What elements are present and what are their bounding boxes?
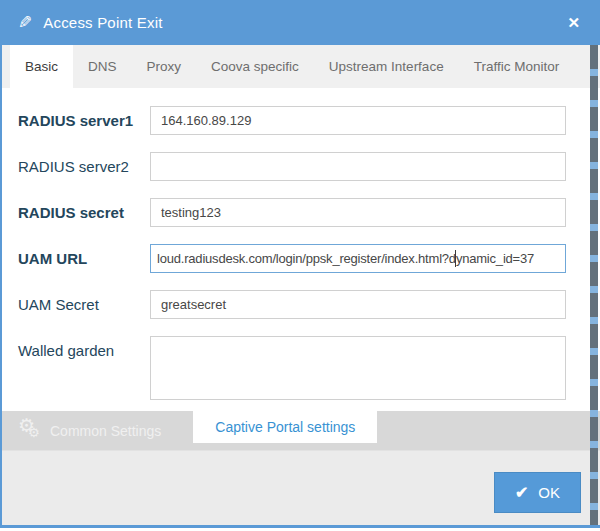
page-edge-pattern [590, 45, 598, 525]
walled-garden-textarea[interactable] [150, 336, 566, 400]
radius-server2-label: RADIUS server2 [2, 152, 150, 181]
dialog-titlebar: ✎ Access Point Exit ✕ [2, 0, 600, 45]
bottom-tab-captive-portal-settings[interactable]: Captive Portal settings [193, 411, 377, 443]
form-row: UAM URL [2, 244, 600, 273]
check-icon: ✔ [515, 483, 528, 502]
gears-icon: ⚙ ⚙ [18, 419, 42, 443]
bottom-tab-bar: ⚙ ⚙ Common Settings Captive Portal setti… [2, 411, 600, 450]
uam-secret-label: UAM Secret [2, 290, 150, 319]
tab-dns[interactable]: DNS [73, 45, 132, 88]
dialog-footer: ✔ OK [2, 450, 600, 525]
access-point-exit-dialog: ✎ Access Point Exit ✕ Basic DNS Proxy Co… [0, 0, 600, 528]
tab-basic[interactable]: Basic [10, 45, 73, 88]
ok-button-label: OK [538, 484, 560, 501]
uam-url-input[interactable] [150, 244, 566, 273]
radius-server1-label: RADIUS server1 [2, 106, 150, 135]
top-tab-strip: Basic DNS Proxy Coova specific Upstream … [2, 45, 600, 88]
tab-upstream-interface[interactable]: Upstream Interface [314, 45, 459, 88]
form-row: Walled garden [2, 336, 600, 404]
form-body: RADIUS server1 RADIUS server2 RADIUS sec… [2, 88, 600, 411]
tab-proxy[interactable]: Proxy [132, 45, 197, 88]
form-row: RADIUS secret [2, 198, 600, 227]
uam-secret-input[interactable] [150, 290, 566, 319]
form-row: UAM Secret [2, 290, 600, 319]
tab-traffic-monitor[interactable]: Traffic Monitor [459, 45, 575, 88]
form-row: RADIUS server1 [2, 106, 600, 135]
text-caret [455, 250, 456, 267]
bottom-tab-common-settings[interactable]: ⚙ ⚙ Common Settings [2, 411, 175, 450]
uam-url-label: UAM URL [2, 244, 150, 273]
ok-button[interactable]: ✔ OK [494, 472, 581, 513]
pencil-icon: ✎ [18, 12, 32, 33]
dialog-title: Access Point Exit [43, 14, 162, 31]
form-row: RADIUS server2 [2, 152, 600, 181]
tab-coova-specific[interactable]: Coova specific [196, 45, 314, 88]
common-settings-label: Common Settings [50, 423, 161, 439]
radius-secret-label: RADIUS secret [2, 198, 150, 227]
walled-garden-label: Walled garden [2, 336, 150, 365]
radius-server1-input[interactable] [150, 106, 566, 135]
close-icon[interactable]: ✕ [563, 12, 584, 34]
radius-secret-input[interactable] [150, 198, 566, 227]
radius-server2-input[interactable] [150, 152, 566, 181]
